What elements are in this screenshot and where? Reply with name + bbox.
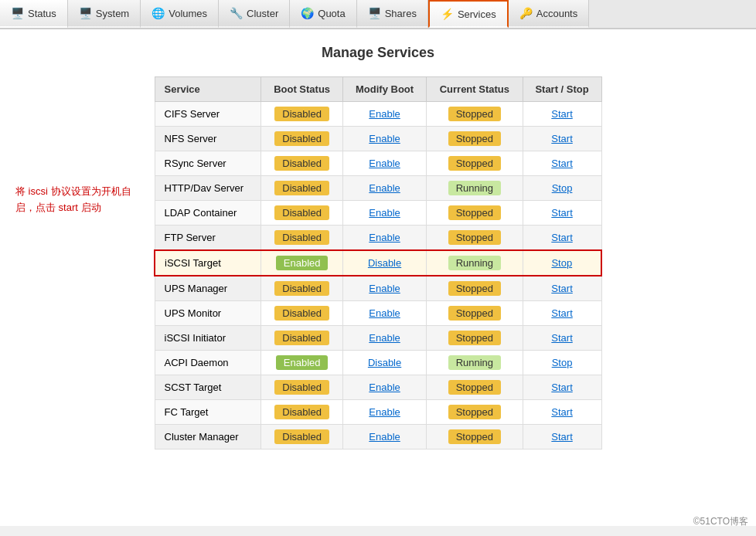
boot-status: Disabled — [261, 176, 343, 201]
table-header-row: Service Boot Status Modify Boot Current … — [155, 77, 601, 102]
start-stop[interactable]: Start — [523, 276, 601, 301]
start-stop-link[interactable]: Start — [551, 232, 572, 243]
start-stop[interactable]: Stop — [523, 351, 601, 375]
service-name: UPS Manager — [155, 276, 261, 301]
start-stop-link[interactable]: Stop — [551, 257, 572, 269]
nav-quota[interactable]: 🌍 Quota — [290, 0, 356, 28]
modify-boot-link[interactable]: Enable — [369, 207, 400, 219]
nav-volumes-label: Volumes — [169, 8, 207, 19]
start-stop[interactable]: Start — [523, 226, 601, 251]
boot-status-badge: Disabled — [274, 131, 329, 146]
start-stop-link[interactable]: Start — [551, 133, 572, 144]
current-status-badge: Stopped — [448, 230, 501, 245]
nav-system[interactable]: 🖥️ System — [68, 0, 141, 28]
start-stop[interactable]: Start — [523, 375, 601, 400]
cluster-icon: 🔧 — [230, 7, 243, 19]
system-icon: 🖥️ — [79, 7, 92, 19]
modify-boot-link[interactable]: Enable — [369, 406, 400, 418]
current-status-badge: Stopped — [448, 107, 501, 121]
modify-boot-link[interactable]: Enable — [369, 382, 400, 393]
start-stop-link[interactable]: Stop — [552, 357, 573, 368]
service-name: HTTP/Dav Server — [155, 176, 261, 201]
start-stop[interactable]: Stop — [523, 250, 601, 276]
modify-boot[interactable]: Enable — [343, 151, 427, 176]
modify-boot-link[interactable]: Enable — [369, 232, 400, 243]
nav-shares[interactable]: 🖥️ Shares — [357, 0, 428, 28]
boot-status-badge: Disabled — [274, 156, 329, 171]
nav-accounts-label: Accounts — [536, 8, 577, 19]
table-row: NFS ServerDisabledEnableStoppedStart — [155, 127, 601, 151]
start-stop[interactable]: Start — [523, 102, 601, 127]
modify-boot-link[interactable]: Enable — [369, 283, 400, 294]
modify-boot[interactable]: Disable — [343, 351, 427, 375]
current-status-badge: Stopped — [448, 205, 501, 220]
modify-boot[interactable]: Enable — [343, 201, 427, 226]
start-stop[interactable]: Start — [523, 201, 601, 226]
nav-quota-label: Quota — [318, 8, 345, 19]
modify-boot[interactable]: Enable — [343, 375, 427, 400]
start-stop-link[interactable]: Start — [551, 283, 572, 294]
volumes-icon: 🌐 — [152, 7, 165, 19]
start-stop-link[interactable]: Start — [551, 307, 572, 319]
modify-boot[interactable]: Enable — [343, 226, 427, 251]
current-status: Stopped — [427, 326, 523, 351]
nav-accounts[interactable]: 🔑 Accounts — [509, 0, 589, 28]
start-stop-link[interactable]: Start — [551, 108, 572, 120]
boot-status-badge: Disabled — [274, 230, 329, 245]
col-service: Service — [155, 77, 261, 102]
boot-status: Disabled — [261, 226, 343, 251]
modify-boot-link[interactable]: Enable — [369, 307, 400, 319]
start-stop[interactable]: Start — [523, 151, 601, 176]
start-stop-link[interactable]: Start — [551, 207, 572, 219]
modify-boot[interactable]: Disable — [343, 250, 427, 276]
start-stop[interactable]: Stop — [523, 176, 601, 201]
boot-status-badge: Disabled — [274, 405, 329, 419]
modify-boot-link[interactable]: Enable — [369, 332, 400, 344]
start-stop-link[interactable]: Start — [551, 431, 572, 443]
boot-status: Disabled — [261, 151, 343, 176]
nav-volumes[interactable]: 🌐 Volumes — [141, 0, 219, 28]
start-stop[interactable]: Start — [523, 301, 601, 326]
main-content: 将 iscsi 协议设置为开机自启，点击 start 启动 Manage Ser… — [0, 29, 756, 526]
current-status-badge: Stopped — [448, 380, 501, 395]
start-stop[interactable]: Start — [523, 326, 601, 351]
modify-boot-link[interactable]: Enable — [369, 108, 400, 120]
nav-services[interactable]: ⚡ Services — [428, 0, 509, 28]
boot-status-badge: Disabled — [274, 281, 329, 296]
boot-status-badge: Disabled — [274, 331, 329, 345]
current-status-badge: Stopped — [448, 429, 501, 444]
modify-boot[interactable]: Enable — [343, 102, 427, 127]
modify-boot[interactable]: Enable — [343, 301, 427, 326]
start-stop[interactable]: Start — [523, 400, 601, 425]
current-status: Running — [427, 351, 523, 375]
modify-boot-link[interactable]: Enable — [369, 158, 400, 169]
table-row: Cluster ManagerDisabledEnableStoppedStar… — [155, 425, 601, 449]
start-stop-link[interactable]: Start — [551, 158, 572, 169]
start-stop[interactable]: Start — [523, 127, 601, 151]
modify-boot[interactable]: Enable — [343, 326, 427, 351]
start-stop[interactable]: Start — [523, 425, 601, 449]
modify-boot[interactable]: Enable — [343, 127, 427, 151]
nav-status[interactable]: 🖥️ Status — [0, 0, 68, 28]
boot-status-badge: Disabled — [274, 181, 329, 195]
start-stop-link[interactable]: Start — [551, 406, 572, 418]
nav-cluster[interactable]: 🔧 Cluster — [219, 0, 290, 28]
modify-boot[interactable]: Enable — [343, 176, 427, 201]
modify-boot[interactable]: Enable — [343, 400, 427, 425]
start-stop-link[interactable]: Stop — [552, 182, 573, 194]
modify-boot-link[interactable]: Disable — [368, 357, 401, 368]
col-boot-status: Boot Status — [261, 77, 343, 102]
boot-status: Disabled — [261, 301, 343, 326]
modify-boot[interactable]: Enable — [343, 425, 427, 449]
start-stop-link[interactable]: Start — [551, 332, 572, 344]
modify-boot[interactable]: Enable — [343, 276, 427, 301]
boot-status: Disabled — [261, 127, 343, 151]
modify-boot-link[interactable]: Enable — [369, 133, 400, 144]
current-status-badge: Running — [448, 256, 501, 270]
start-stop-link[interactable]: Start — [551, 382, 572, 393]
modify-boot-link[interactable]: Enable — [369, 182, 400, 194]
modify-boot-link[interactable]: Disable — [368, 257, 401, 269]
current-status-badge: Stopped — [448, 306, 501, 321]
modify-boot-link[interactable]: Enable — [369, 431, 400, 443]
boot-status-badge: Disabled — [274, 380, 329, 395]
